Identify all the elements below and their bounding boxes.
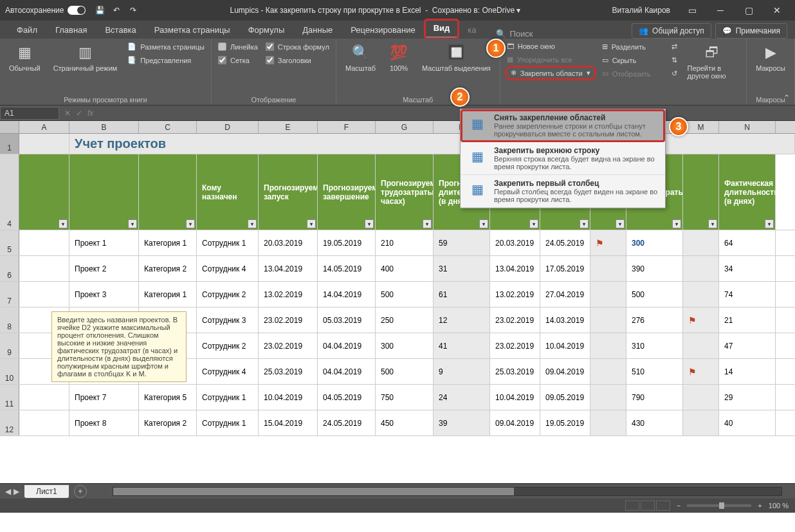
cell[interactable]: 74 bbox=[719, 282, 776, 307]
cell[interactable] bbox=[683, 333, 719, 358]
row-header[interactable]: 12 bbox=[0, 410, 19, 436]
table-row[interactable]: 11Проект 7Категория 5Сотрудник 110.04.20… bbox=[0, 385, 795, 410]
freeze-panes-button[interactable]: ❄ Закрепить области ▾ bbox=[507, 68, 594, 78]
cell[interactable]: 25.03.2019 bbox=[259, 359, 318, 384]
filter-icon[interactable]: ▾ bbox=[672, 219, 681, 228]
zoom-value[interactable]: 100 % bbox=[769, 502, 789, 509]
row-header-4[interactable]: 4 bbox=[0, 154, 19, 230]
cell[interactable]: 29 bbox=[719, 385, 776, 410]
col-header-G[interactable]: G bbox=[376, 121, 434, 133]
cell[interactable]: 10.04.2019 bbox=[540, 333, 590, 358]
table-row[interactable]: 12Проект 8Категория 2Сотрудник 115.04.20… bbox=[0, 410, 795, 436]
filter-icon[interactable]: ▾ bbox=[423, 219, 432, 228]
cell[interactable] bbox=[683, 230, 719, 255]
cell[interactable]: Сотрудник 1 bbox=[197, 385, 259, 410]
table-row[interactable]: 7Проект 3Категория 1Сотрудник 213.02.201… bbox=[0, 282, 795, 307]
pagebreak-view-icon[interactable] bbox=[656, 500, 670, 511]
cell[interactable]: Сотрудник 4 bbox=[197, 256, 259, 281]
unfreeze-panes-item[interactable]: ▦ Снять закрепление областейРанее закреп… bbox=[461, 109, 665, 142]
cell[interactable]: 25.03.2019 bbox=[490, 359, 540, 384]
search-box[interactable]: 🔍 Поиск bbox=[496, 29, 533, 39]
cell[interactable]: 21 bbox=[719, 307, 776, 333]
switch-windows-button[interactable]: 🗗Перейти в другое окно bbox=[685, 41, 740, 81]
cell[interactable]: 500 bbox=[376, 282, 434, 307]
sheet-next-icon[interactable]: ▶ bbox=[14, 487, 19, 496]
cell[interactable] bbox=[19, 282, 69, 307]
cell[interactable]: 09.04.2019 bbox=[490, 410, 540, 436]
filter-icon[interactable]: ▾ bbox=[59, 219, 68, 228]
cell[interactable]: 23.02.2019 bbox=[490, 333, 540, 358]
tab-file[interactable]: Файл bbox=[8, 21, 46, 39]
normal-view-icon[interactable] bbox=[625, 500, 639, 511]
new-window-button[interactable]: 🗔 Новое окно bbox=[507, 41, 594, 51]
col-header-B[interactable]: B bbox=[69, 121, 139, 133]
cell[interactable] bbox=[590, 333, 626, 358]
user-name[interactable]: Виталий Каиров bbox=[612, 6, 670, 15]
cell[interactable]: 10.04.2019 bbox=[259, 385, 318, 410]
arrange-button[interactable]: ▦ Упорядочить все bbox=[507, 54, 594, 65]
cell[interactable]: 04.04.2019 bbox=[318, 333, 376, 358]
cell[interactable] bbox=[19, 385, 69, 410]
cell[interactable] bbox=[19, 256, 69, 281]
reset-pos-icon[interactable]: ↺ bbox=[672, 68, 677, 79]
share-button[interactable]: 👥 Общий доступ bbox=[632, 23, 711, 39]
cell[interactable] bbox=[19, 230, 69, 255]
cell[interactable]: 300 bbox=[376, 333, 434, 358]
row-header[interactable]: 9 bbox=[0, 333, 19, 358]
cell[interactable]: 27.04.2019 bbox=[540, 282, 590, 307]
row-header[interactable]: 7 bbox=[0, 282, 19, 307]
cell[interactable]: 39 bbox=[434, 410, 490, 436]
tab-view[interactable]: Вид bbox=[425, 19, 459, 39]
minimize-icon[interactable]: ─ bbox=[708, 1, 733, 19]
filter-icon[interactable]: ▾ bbox=[307, 219, 316, 228]
cell[interactable]: 31 bbox=[434, 256, 490, 281]
cell[interactable] bbox=[590, 359, 626, 384]
cell[interactable]: 14.05.2019 bbox=[318, 256, 376, 281]
cell[interactable]: Категория 2 bbox=[139, 256, 197, 281]
cell[interactable]: Сотрудник 1 bbox=[197, 410, 259, 436]
cell[interactable]: 14 bbox=[719, 359, 776, 384]
formula-bar-checkbox[interactable]: Строка формул bbox=[266, 41, 329, 52]
col-header-N[interactable]: N bbox=[719, 121, 776, 133]
autosave-toggle[interactable] bbox=[68, 6, 86, 15]
cell[interactable]: 790 bbox=[626, 385, 683, 410]
cell[interactable] bbox=[590, 256, 626, 281]
row-header[interactable]: 10 bbox=[0, 359, 19, 384]
row-header[interactable]: 5 bbox=[0, 230, 19, 255]
headings-checkbox[interactable]: Заголовки bbox=[266, 55, 329, 66]
cell[interactable]: 12 bbox=[434, 307, 490, 333]
cell[interactable]: 14.04.2019 bbox=[318, 282, 376, 307]
cell[interactable] bbox=[590, 385, 626, 410]
redo-icon[interactable]: ↷ bbox=[128, 5, 138, 15]
cell[interactable]: 300 bbox=[626, 230, 683, 255]
pagebreak-view-button[interactable]: ▥Страничный режим bbox=[51, 41, 120, 73]
row-header[interactable]: 6 bbox=[0, 256, 19, 281]
maximize-icon[interactable]: ▢ bbox=[736, 1, 762, 19]
zoom-out-icon[interactable]: − bbox=[677, 502, 681, 509]
add-sheet-button[interactable]: + bbox=[74, 485, 87, 498]
normal-view-button[interactable]: ▦Обычный bbox=[6, 41, 43, 73]
cell[interactable]: 500 bbox=[376, 359, 434, 384]
cell[interactable]: 250 bbox=[376, 307, 434, 333]
row-header[interactable]: 8 bbox=[0, 307, 19, 333]
ribbon-display-icon[interactable]: ▭ bbox=[679, 1, 705, 19]
tab-insert[interactable]: Вставка bbox=[96, 21, 145, 39]
filter-icon[interactable]: ▾ bbox=[708, 219, 717, 228]
col-header-A[interactable]: A bbox=[19, 121, 69, 133]
filter-icon[interactable]: ▾ bbox=[616, 219, 625, 228]
cell[interactable]: 59 bbox=[434, 230, 490, 255]
cell[interactable]: Категория 1 bbox=[139, 282, 197, 307]
sheet-tab-1[interactable]: Лист1 bbox=[24, 485, 69, 498]
cell[interactable]: 09.04.2019 bbox=[540, 359, 590, 384]
sheet-title-cell[interactable]: Учет проектов bbox=[69, 134, 795, 154]
fx-icon[interactable]: fx bbox=[87, 109, 93, 118]
filter-icon[interactable]: ▾ bbox=[248, 219, 257, 228]
comments-button[interactable]: 💬 Примечания bbox=[715, 23, 787, 39]
cell[interactable]: 24.05.2019 bbox=[318, 410, 376, 436]
cell[interactable]: 500 bbox=[626, 282, 683, 307]
cell[interactable]: 19.05.2019 bbox=[318, 230, 376, 255]
cell[interactable]: Сотрудник 3 bbox=[197, 307, 259, 333]
cell[interactable]: Проект 1 bbox=[69, 230, 139, 255]
row-header[interactable]: 11 bbox=[0, 385, 19, 410]
filter-icon[interactable]: ▾ bbox=[479, 219, 488, 228]
